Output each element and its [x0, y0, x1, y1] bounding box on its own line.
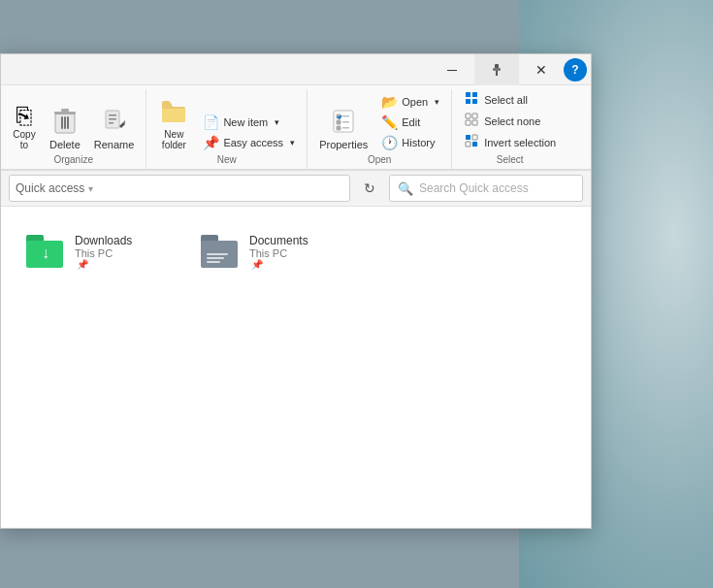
svg-rect-1 — [496, 71, 498, 76]
select-none-icon — [464, 113, 479, 129]
ribbon-group-organize: ⎘ Copyto — [1, 89, 146, 169]
svg-rect-20 — [466, 92, 470, 97]
svg-rect-2 — [493, 68, 501, 71]
svg-rect-15 — [342, 115, 349, 117]
file-grid: ↓ Downloads This PC 📌 — [20, 226, 571, 277]
svg-rect-26 — [466, 120, 470, 125]
delete-icon — [54, 109, 76, 138]
history-button[interactable]: 🕐 History — [375, 133, 445, 152]
easy-access-button[interactable]: 📌 Easy access ▾ — [197, 133, 301, 152]
rename-icon — [104, 109, 125, 138]
documents-info: Documents This PC 📌 — [249, 234, 308, 270]
svg-rect-28 — [466, 135, 470, 140]
invert-selection-button[interactable]: Invert selection — [458, 132, 562, 152]
ribbon-group-open: Properties 📂 Open ▾ ✏️ Edit — [308, 89, 452, 169]
file-item-documents[interactable]: Documents This PC 📌 — [195, 226, 350, 277]
new-buttons: Newfolder 📄 New item ▾ 📌 Easy access ▾ — [152, 89, 301, 152]
svg-rect-27 — [472, 120, 477, 125]
title-bar: ─ ✕ ? — [1, 54, 591, 85]
open-buttons: Properties 📂 Open ▾ ✏️ Edit — [313, 89, 445, 152]
svg-rect-8 — [61, 109, 69, 112]
svg-rect-21 — [472, 92, 477, 97]
copy-icon: ⎘ — [16, 103, 32, 128]
svg-rect-23 — [472, 99, 477, 104]
easy-access-icon: 📌 — [203, 135, 218, 150]
svg-rect-17 — [342, 121, 349, 123]
organize-label: Organize — [7, 152, 140, 165]
downloads-name: Downloads — [75, 234, 132, 247]
title-bar-buttons: ─ ✕ ? — [430, 54, 591, 85]
edit-icon: ✏️ — [381, 114, 397, 130]
invert-icon — [464, 134, 479, 150]
new-stack: 📄 New item ▾ 📌 Easy access ▾ — [197, 113, 301, 152]
address-chevron: ▾ — [88, 183, 93, 194]
documents-name: Documents — [249, 234, 308, 247]
close-button[interactable]: ✕ — [519, 54, 564, 85]
svg-rect-19 — [342, 127, 349, 129]
help-button[interactable]: ? — [564, 58, 587, 82]
content-area: ↓ Downloads This PC 📌 — [1, 207, 591, 528]
organize-buttons: ⎘ Copyto — [7, 89, 140, 152]
open-label: Open — [313, 152, 445, 165]
address-bar[interactable]: Quick access ▾ — [9, 175, 350, 202]
downloads-folder-icon: ↓ — [26, 232, 65, 271]
svg-rect-12 — [109, 122, 113, 124]
downloads-sub: This PC — [75, 247, 132, 259]
search-bar[interactable]: 🔍 Search Quick access — [389, 175, 583, 202]
select-all-icon — [464, 91, 479, 108]
documents-sub: This PC — [249, 247, 308, 259]
svg-rect-22 — [466, 99, 470, 104]
ribbon: ⎘ Copyto — [1, 85, 591, 171]
search-icon: 🔍 — [398, 181, 413, 196]
properties-button[interactable]: Properties — [313, 105, 373, 152]
help-label: ? — [571, 63, 578, 77]
svg-rect-29 — [472, 135, 477, 140]
copy-to-button[interactable]: ⎘ Copyto — [7, 99, 42, 152]
properties-icon — [331, 109, 356, 138]
history-icon: 🕐 — [381, 135, 397, 150]
download-arrow-icon: ↓ — [42, 245, 49, 262]
pin-button[interactable] — [474, 54, 519, 85]
svg-rect-11 — [109, 118, 116, 120]
new-folder-button[interactable]: Newfolder — [152, 95, 195, 152]
select-label: Select — [458, 152, 562, 165]
search-placeholder: Search Quick access — [419, 181, 529, 195]
documents-pin-icon: 📌 — [251, 259, 308, 270]
pin-icon — [490, 63, 503, 77]
select-all-button[interactable]: Select all — [458, 89, 562, 110]
address-text: Quick access — [16, 181, 84, 195]
svg-rect-7 — [54, 112, 76, 114]
refresh-button[interactable]: ↻ — [356, 175, 383, 202]
open-button[interactable]: 📂 Open ▾ — [375, 92, 445, 112]
open-icon: 📂 — [381, 94, 397, 110]
select-stack: Select all Select no — [458, 89, 562, 152]
svg-rect-24 — [466, 114, 470, 118]
new-folder-icon — [160, 99, 187, 128]
svg-rect-5 — [64, 116, 66, 129]
svg-rect-30 — [466, 142, 470, 147]
edit-button[interactable]: ✏️ Edit — [375, 113, 445, 132]
file-row-documents: Documents This PC 📌 — [201, 232, 308, 271]
ribbon-group-new: Newfolder 📄 New item ▾ 📌 Easy access ▾ — [146, 89, 308, 169]
svg-rect-16 — [337, 120, 340, 124]
documents-folder-icon — [201, 232, 240, 271]
new-item-button[interactable]: 📄 New item ▾ — [197, 113, 301, 132]
minimize-button[interactable]: ─ — [430, 54, 474, 85]
svg-rect-18 — [337, 126, 340, 130]
refresh-icon: ↻ — [364, 180, 375, 196]
downloads-info: Downloads This PC 📌 — [75, 234, 132, 270]
select-buttons: Select all Select no — [458, 89, 562, 152]
nav-bar: Quick access ▾ ↻ 🔍 Search Quick access — [1, 171, 591, 207]
downloads-pin-icon: 📌 — [77, 259, 132, 270]
select-none-button[interactable]: Select none — [458, 111, 562, 131]
ribbon-main: ⎘ Copyto — [1, 85, 591, 170]
new-label: New — [152, 152, 301, 165]
new-item-icon: 📄 — [203, 114, 218, 130]
file-row-downloads: ↓ Downloads This PC 📌 — [26, 232, 132, 271]
rename-button[interactable]: Rename — [88, 105, 141, 152]
delete-button[interactable]: Delete — [44, 105, 86, 152]
file-item-downloads[interactable]: ↓ Downloads This PC 📌 — [20, 226, 176, 277]
ribbon-group-select: Select all Select no — [452, 89, 567, 169]
svg-rect-10 — [109, 114, 116, 116]
svg-rect-4 — [61, 116, 63, 129]
